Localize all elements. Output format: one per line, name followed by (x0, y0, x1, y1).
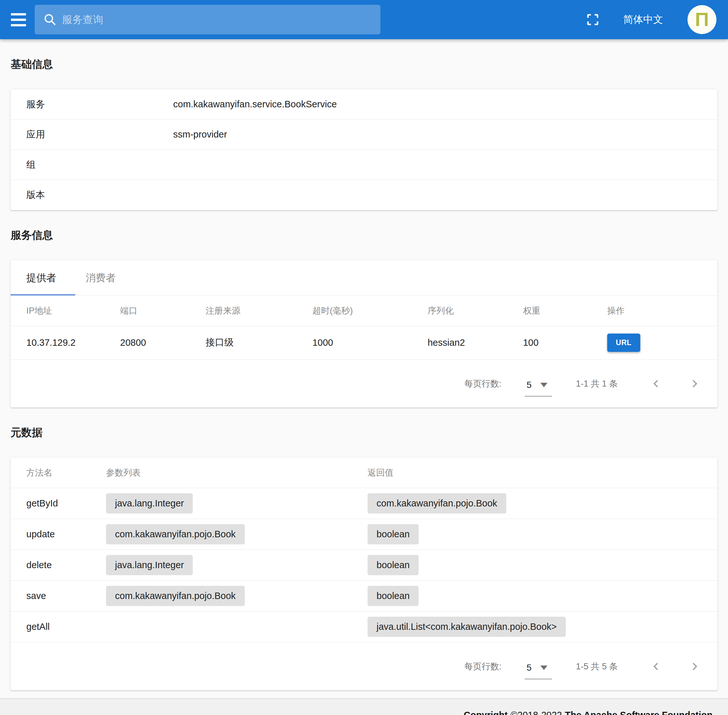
search-box[interactable] (35, 5, 380, 35)
col-registry-source: 注册来源 (206, 296, 312, 326)
dropdown-arrow-icon (540, 383, 547, 387)
service-info-title: 服务信息 (11, 228, 717, 242)
tab-providers[interactable]: 提供者 (11, 260, 72, 295)
cell-operation: URL (607, 326, 717, 359)
cell-params (106, 611, 368, 642)
method-row: update com.kakawanyifan.pojo.Book boolea… (11, 519, 717, 549)
rows-per-page-select[interactable]: 5 (525, 380, 552, 397)
metadata-card: 方法名 参数列表 返回值 getById java.lang.Integer c… (11, 458, 717, 690)
providers-header-row: IP地址 端口 注册来源 超时(毫秒) 序列化 权重 操作 (11, 296, 717, 326)
metadata-table: 方法名 参数列表 返回值 getById java.lang.Integer c… (11, 458, 717, 642)
avatar[interactable]: Π (687, 5, 716, 34)
method-row: getById java.lang.Integer com.kakawanyif… (11, 488, 717, 519)
pagination-range: 1-1 共 1 条 (576, 378, 618, 389)
cell-method: save (11, 580, 106, 611)
cell-returns: java.util.List<com.kakawanyifan.pojo.Boo… (368, 611, 717, 642)
return-chip: boolean (368, 555, 419, 575)
providers-table: IP地址 端口 注册来源 超时(毫秒) 序列化 权重 操作 10.37.129.… (11, 296, 717, 359)
info-label: 版本 (11, 189, 173, 202)
menu-bar (11, 24, 26, 26)
info-row-service: 服务 com.kakawanyifan.service.BookService (11, 89, 717, 119)
menu-bar (11, 19, 26, 21)
col-weight: 权重 (523, 296, 607, 326)
providers-pagination: 每页行数: 5 1-1 共 1 条 (11, 359, 717, 407)
rows-per-page-value: 5 (526, 663, 532, 673)
cell-method: getById (11, 488, 106, 519)
cell-method: update (11, 519, 106, 549)
main-content: 基础信息 服务 com.kakawanyifan.service.BookSer… (0, 57, 728, 690)
info-label: 组 (11, 158, 173, 171)
language-selector[interactable]: 简体中文 (623, 13, 663, 26)
page-footer: Copyright ©2018-2022 The Apache Software… (0, 698, 728, 715)
active-tab-indicator (11, 294, 75, 296)
copyright-owner: The Apache Software Foundation. (565, 710, 715, 715)
cell-method: getAll (11, 611, 106, 642)
col-return-value: 返回值 (368, 458, 717, 488)
col-ip: IP地址 (11, 296, 120, 326)
cell-params: java.lang.Integer (106, 488, 368, 519)
dropdown-arrow-icon (540, 665, 547, 670)
copyright-years: ©2018-2022 (511, 710, 562, 715)
info-row-application: 应用 ssm-provider (11, 119, 717, 150)
col-operation: 操作 (607, 296, 717, 326)
method-row: getAll java.util.List<com.kakawanyifan.p… (11, 611, 717, 642)
cell-returns: com.kakawanyifan.pojo.Book (368, 488, 717, 519)
col-parameter-list: 参数列表 (106, 458, 368, 488)
col-method-name: 方法名 (11, 458, 106, 488)
cell-port: 20800 (120, 326, 206, 359)
metadata-title: 元数据 (11, 425, 717, 440)
copyright-prefix: Copyright (464, 710, 508, 715)
info-row-version: 版本 (11, 180, 717, 210)
chevron-left-icon[interactable] (650, 661, 662, 673)
cell-returns: boolean (368, 549, 717, 580)
menu-bar (11, 13, 26, 15)
cell-returns: boolean (368, 519, 717, 549)
search-icon (43, 12, 57, 27)
info-label: 服务 (11, 98, 173, 111)
chevron-right-icon[interactable] (689, 661, 701, 673)
method-row: delete java.lang.Integer boolean (11, 549, 717, 580)
fullscreen-icon[interactable] (585, 12, 600, 27)
param-chip: com.kakawanyifan.pojo.Book (106, 524, 245, 545)
col-serialization: 序列化 (428, 296, 523, 326)
service-tabs: 提供者 消费者 (11, 260, 717, 296)
rows-per-page-select[interactable]: 5 (525, 663, 552, 679)
cell-timeout: 1000 (312, 326, 428, 359)
cell-returns: boolean (368, 580, 717, 611)
tab-consumers[interactable]: 消费者 (72, 260, 129, 295)
cell-method: delete (11, 549, 106, 580)
return-chip: java.util.List<com.kakawanyifan.pojo.Boo… (368, 617, 566, 637)
app-bar: 简体中文 Π (0, 0, 728, 39)
cell-weight: 100 (523, 326, 607, 359)
rows-per-page-label: 每页行数: (464, 378, 502, 389)
col-port: 端口 (120, 296, 206, 326)
cell-serialization: hessian2 (428, 326, 523, 359)
search-input[interactable] (62, 14, 372, 26)
pagination-range: 1-5 共 5 条 (576, 661, 618, 672)
col-timeout: 超时(毫秒) (312, 296, 428, 326)
basic-info-card: 服务 com.kakawanyifan.service.BookService … (11, 89, 717, 210)
info-value: com.kakawanyifan.service.BookService (173, 99, 717, 110)
provider-row: 10.37.129.2 20800 接口级 1000 hessian2 100 … (11, 326, 717, 359)
chevron-right-icon[interactable] (689, 377, 701, 390)
chevron-left-icon[interactable] (650, 377, 662, 390)
info-label: 应用 (11, 128, 173, 141)
param-chip: java.lang.Integer (106, 555, 193, 575)
return-chip: com.kakawanyifan.pojo.Book (368, 493, 506, 513)
info-row-group: 组 (11, 150, 717, 180)
service-info-card: 提供者 消费者 IP地址 端口 注册来源 超时(毫秒) 序列化 权重 操作 (11, 260, 717, 407)
cell-params: com.kakawanyifan.pojo.Book (106, 519, 368, 549)
param-chip: com.kakawanyifan.pojo.Book (106, 586, 245, 606)
cell-ip: 10.37.129.2 (11, 326, 120, 359)
url-button[interactable]: URL (607, 333, 640, 352)
rows-per-page-value: 5 (526, 380, 532, 390)
return-chip: boolean (368, 586, 419, 606)
metadata-pagination: 每页行数: 5 1-5 共 5 条 (11, 642, 717, 690)
cell-params: com.kakawanyifan.pojo.Book (106, 580, 368, 611)
method-row: save com.kakawanyifan.pojo.Book boolean (11, 580, 717, 611)
cell-registry-source: 接口级 (206, 326, 312, 359)
info-value: ssm-provider (173, 129, 717, 140)
cell-params: java.lang.Integer (106, 549, 368, 580)
metadata-header-row: 方法名 参数列表 返回值 (11, 458, 717, 488)
menu-icon[interactable] (11, 13, 26, 26)
